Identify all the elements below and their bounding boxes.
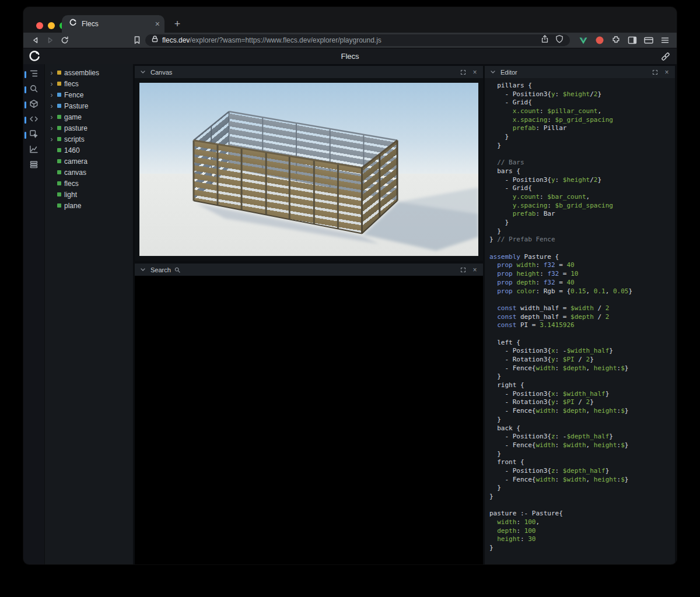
share-icon[interactable] bbox=[540, 34, 550, 46]
expand-chevron-icon[interactable]: › bbox=[49, 92, 54, 99]
tree-item-camera[interactable]: camera bbox=[45, 156, 133, 167]
code-line: const depth_half = $depth / 2 bbox=[489, 313, 675, 322]
minimize-window-button[interactable] bbox=[48, 22, 55, 29]
close-panel-icon[interactable]: × bbox=[663, 68, 671, 76]
url-bar[interactable]: flecs.dev/explorer/?wasm=https://www.fle… bbox=[145, 34, 570, 46]
tree-item-game[interactable]: ›game bbox=[45, 111, 133, 122]
tree-item-Pasture[interactable]: ›Pasture bbox=[45, 100, 133, 111]
close-panel-icon[interactable]: × bbox=[471, 68, 479, 76]
entity-color-square bbox=[57, 82, 61, 86]
code-line: y.spacing: $b_grid_spacing bbox=[489, 202, 675, 210]
tree-item-flecs[interactable]: flecs bbox=[45, 178, 133, 189]
chart-tool-button[interactable] bbox=[23, 145, 44, 156]
code-line: prop height: f32 = 10 bbox=[489, 270, 675, 279]
code-line: } bbox=[489, 544, 675, 553]
tree-item-plane[interactable]: plane bbox=[45, 200, 133, 211]
canvas-panel: Canvas × bbox=[135, 66, 483, 261]
browser-tab[interactable]: Flecs × bbox=[62, 15, 164, 33]
tree-item-label: canvas bbox=[64, 168, 86, 177]
collapse-chevron-icon[interactable] bbox=[139, 68, 147, 76]
browser-toolbar: flecs.dev/explorer/?wasm=https://www.fle… bbox=[23, 33, 677, 48]
reload-button[interactable] bbox=[58, 34, 71, 47]
close-window-button[interactable] bbox=[36, 22, 43, 29]
shield-icon[interactable] bbox=[555, 34, 564, 46]
entity-color-square bbox=[57, 148, 61, 152]
cube-icon bbox=[29, 99, 38, 111]
cube-tool-button[interactable] bbox=[23, 99, 44, 111]
extensions-puzzle-icon[interactable] bbox=[610, 34, 622, 46]
new-tab-button[interactable]: + bbox=[170, 17, 184, 31]
side-panel-icon[interactable] bbox=[626, 34, 638, 46]
code-line: pasture :- Pasture{ bbox=[489, 510, 675, 518]
tree-icon bbox=[29, 69, 38, 80]
search-panel: Search × bbox=[135, 264, 483, 564]
editor-panel-title: Editor bbox=[501, 69, 517, 76]
code-line: - Position3{y: $height/2} bbox=[489, 90, 675, 99]
tree-item-label: plane bbox=[64, 202, 81, 210]
editor-code[interactable]: pillars { - Position3{y: $height/2} - Gr… bbox=[485, 78, 675, 564]
forward-button[interactable] bbox=[44, 34, 57, 47]
fullscreen-icon[interactable] bbox=[459, 266, 467, 274]
left-toolbar bbox=[23, 64, 44, 564]
tree-item-label: game bbox=[64, 113, 82, 121]
code-line: y.count: $bar_count, bbox=[489, 193, 675, 202]
tree-item-canvas[interactable]: canvas bbox=[45, 167, 133, 178]
expand-chevron-icon[interactable]: › bbox=[49, 103, 54, 110]
bookmark-icon[interactable] bbox=[131, 34, 144, 47]
tree-item-flecs[interactable]: ›flecs bbox=[45, 78, 133, 89]
page-title: Flecs bbox=[23, 52, 677, 61]
tree-item-assemblies[interactable]: ›assemblies bbox=[45, 67, 133, 78]
wallet-card-icon[interactable] bbox=[643, 34, 654, 46]
lock-icon bbox=[151, 35, 159, 45]
collapse-chevron-icon[interactable] bbox=[489, 68, 497, 76]
code-line: - Grid{ bbox=[489, 184, 675, 193]
tree-item-scripts[interactable]: ›scripts bbox=[45, 134, 133, 145]
tree-item-light[interactable]: light bbox=[45, 189, 133, 200]
expand-chevron-icon[interactable]: › bbox=[49, 80, 54, 87]
tab-close-icon[interactable]: × bbox=[155, 20, 160, 28]
code-line: prefab: Bar bbox=[489, 210, 675, 219]
fullscreen-icon[interactable] bbox=[459, 68, 467, 76]
search-tool-button[interactable] bbox=[23, 84, 44, 96]
code-line: pillars { bbox=[489, 82, 675, 90]
editor-panel: Editor × pillars { - Position3{y: $heigh… bbox=[485, 66, 675, 564]
code-line: } bbox=[489, 416, 675, 424]
inspect-tool-button[interactable] bbox=[23, 129, 44, 141]
tab-title: Flecs bbox=[82, 20, 150, 28]
code-line: front { bbox=[489, 458, 675, 467]
expand-chevron-icon[interactable]: › bbox=[49, 69, 54, 76]
3d-scene bbox=[139, 83, 478, 256]
menu-icon[interactable] bbox=[659, 34, 671, 46]
search-results-area[interactable] bbox=[135, 276, 483, 564]
entity-color-square bbox=[57, 104, 61, 108]
back-button[interactable] bbox=[29, 34, 42, 47]
canvas-viewport[interactable] bbox=[135, 78, 483, 261]
active-indicator bbox=[24, 101, 26, 108]
tree-item-pasture[interactable]: ›pasture bbox=[45, 122, 133, 134]
vue-devtools-extension-icon[interactable] bbox=[578, 34, 589, 46]
code-line: depth: 100 bbox=[489, 527, 675, 536]
code-line: prop color: Rgb = {0.15, 0.1, 0.05} bbox=[489, 287, 675, 296]
tree-tool-button[interactable] bbox=[23, 69, 44, 80]
close-panel-icon[interactable]: × bbox=[471, 266, 479, 274]
code-line: width: 100, bbox=[489, 518, 675, 527]
entity-color-square bbox=[57, 71, 61, 75]
tree-item-Fence[interactable]: ›Fence bbox=[45, 89, 133, 100]
share-link-icon[interactable] bbox=[660, 51, 671, 64]
inspect-icon bbox=[29, 129, 38, 141]
tree-item-1460[interactable]: 1460 bbox=[45, 145, 133, 156]
code-line: x.spacing: $p_grid_spacing bbox=[489, 116, 675, 125]
expand-chevron-icon[interactable]: › bbox=[49, 114, 54, 121]
expand-chevron-icon[interactable]: › bbox=[49, 136, 54, 143]
fullscreen-icon[interactable] bbox=[651, 68, 659, 76]
collapse-chevron-icon[interactable] bbox=[139, 266, 147, 274]
code-line: - Position3{y: $height/2} bbox=[489, 176, 675, 185]
entity-color-square bbox=[57, 203, 61, 208]
red-extension-icon[interactable] bbox=[594, 34, 606, 46]
code-tool-button[interactable] bbox=[23, 114, 44, 126]
tree-item-label: flecs bbox=[64, 80, 79, 88]
expand-chevron-icon[interactable]: › bbox=[49, 125, 54, 132]
memory-tool-button[interactable] bbox=[23, 160, 44, 171]
entity-color-square bbox=[57, 137, 61, 141]
tree-item-label: pasture bbox=[64, 124, 88, 132]
